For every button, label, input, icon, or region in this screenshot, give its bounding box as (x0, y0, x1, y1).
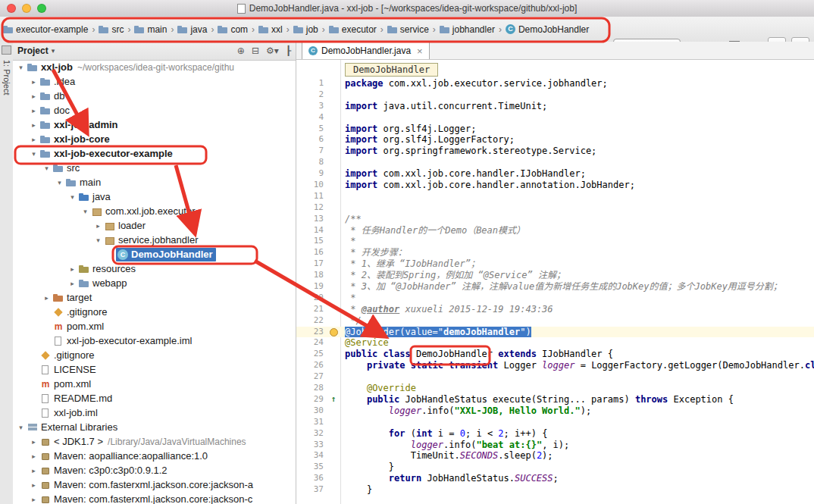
code-line-5[interactable]: 5import org.slf4j.Logger; (296, 124, 814, 135)
code-line-33[interactable]: 33 logger.info("beat at:{}", i); (296, 440, 814, 451)
tree-item-webapp[interactable]: ▸webapp (13, 276, 296, 290)
code-line-37[interactable]: 37 } (296, 484, 814, 496)
code-line-19[interactable]: 19 * 3、加 “@JobHander” 注解，注解value值为新增任务生成… (296, 281, 814, 293)
code-line-6[interactable]: 6import org.slf4j.LoggerFactory; (296, 134, 814, 146)
tree-item-xxl-job-executor-example[interactable]: ▾xxl-job-executor-example (13, 146, 296, 161)
minimize-window-button[interactable] (22, 4, 31, 13)
tree-expanded-arrow-icon[interactable]: ▾ (67, 193, 77, 201)
tree-collapsed-arrow-icon[interactable]: ▸ (29, 452, 39, 460)
code-line-17[interactable]: 17 * 1、继承 “IJobHandler”； (296, 258, 814, 270)
tree-item-Maven: com.fasterxml.jackson.core:jackson-a[interactable]: ▸Maven: com.fasterxml.jackson.core:jacks… (13, 477, 296, 492)
code-line-4[interactable]: 4 (296, 112, 814, 124)
tree-item-service.jobhandler[interactable]: ▾service.jobhandler (13, 233, 296, 247)
tree-collapsed-arrow-icon[interactable]: ▸ (67, 265, 77, 273)
tree-item-External Libraries[interactable]: ▾External Libraries (13, 420, 296, 434)
breadcrumb-item-executor[interactable]: executor (327, 24, 378, 35)
code-line-28[interactable]: 28 @Override (296, 383, 814, 394)
tree-collapsed-arrow-icon[interactable]: ▸ (29, 467, 39, 474)
breadcrumb-item-jobhandler[interactable]: jobhandler (438, 24, 496, 35)
code-line-2[interactable]: 2 (296, 89, 814, 101)
code-line-29[interactable]: 29↑ public JobHandleStatus execute(Strin… (296, 394, 814, 405)
breadcrumb-item-service[interactable]: service (386, 24, 430, 35)
code-line-30[interactable]: 30 logger.info("XXL-JOB, Hello World."); (296, 405, 814, 417)
tree-collapsed-arrow-icon[interactable]: ▸ (67, 280, 77, 287)
close-window-button[interactable] (7, 4, 16, 13)
code-line-9[interactable]: 9import com.xxl.job.core.handler.IJobHan… (296, 168, 814, 180)
tree-collapsed-arrow-icon[interactable]: ▸ (42, 294, 52, 302)
breadcrumb-chip[interactable]: DemoJobHandler (345, 63, 438, 77)
tree-item-Maven: aopalliance:aopalliance:1.0[interactable]: ▸Maven: aopalliance:aopalliance:1.0 (13, 449, 296, 463)
breadcrumb-item-job[interactable]: job (292, 24, 320, 35)
tree-collapsed-arrow-icon[interactable]: ▸ (29, 107, 39, 114)
code-line-27[interactable]: 27 (296, 371, 814, 383)
tree-collapsed-arrow-icon[interactable]: ▸ (29, 78, 39, 86)
code-line-26[interactable]: 26 private static transient Logger logge… (296, 360, 814, 371)
project-tool-window-button[interactable]: 1: Project (2, 60, 11, 95)
code-line-10[interactable]: 10import com.xxl.job.core.handler.annota… (296, 180, 814, 191)
tree-collapsed-arrow-icon[interactable]: ▸ (29, 121, 39, 129)
code-line-22[interactable]: 22 */ (296, 315, 814, 327)
code-line-36[interactable]: 36 return JobHandleStatus.SUCCESS; (296, 473, 814, 484)
tree-collapsed-arrow-icon[interactable]: ▸ (29, 92, 39, 100)
breadcrumb-item-xxl[interactable]: xxl (257, 24, 284, 35)
code-line-32[interactable]: 32 for (int i = 0; i < 2; i++) { (296, 428, 814, 440)
close-tab-icon[interactable]: × (417, 45, 423, 57)
tree-expanded-arrow-icon[interactable]: ▾ (42, 164, 52, 172)
code-line-15[interactable]: 15 * (296, 236, 814, 247)
tree-item-xxl-job-executor-example.iml[interactable]: xxl-job-executor-example.iml (13, 333, 296, 348)
code-line-1[interactable]: 1package com.xxl.job.executor.service.jo… (296, 78, 814, 89)
tree-item-target[interactable]: ▸target (13, 290, 296, 305)
code-line-24[interactable]: 24@Service (296, 337, 814, 349)
tree-item-xxl-job.iml[interactable]: xxl-job.iml (13, 405, 296, 420)
code-line-11[interactable]: 11 (296, 191, 814, 202)
tree-expanded-arrow-icon[interactable]: ▾ (80, 208, 90, 215)
code-line-16[interactable]: 16 * 开发步骤： (296, 247, 814, 258)
scroll-to-source-icon[interactable]: ⊕ (237, 45, 245, 56)
editor-tab-demojobhandler[interactable]: C DemoJobHandler.java × (302, 42, 430, 59)
tree-expanded-arrow-icon[interactable]: ▾ (16, 64, 26, 71)
code-line-25[interactable]: 25public class DemoJobHandler extends IJ… (296, 349, 814, 360)
tree-item-xxl-job-admin[interactable]: ▸xxl-job-admin (13, 117, 296, 132)
code-line-21[interactable]: 21 * @author xuxueli 2015-12-19 19:43:36 (296, 304, 814, 315)
tree-expanded-arrow-icon[interactable]: ▾ (93, 236, 103, 244)
collapse-all-icon[interactable]: ⊟ (252, 45, 259, 56)
tree-item-resources[interactable]: ▸resources (13, 261, 296, 276)
tree-item-pom.xml[interactable]: mpom.xml (13, 319, 296, 333)
tree-collapsed-arrow-icon[interactable]: ▸ (29, 496, 39, 503)
tree-item-doc[interactable]: ▸doc (13, 103, 296, 117)
code-line-7[interactable]: 7import org.springframework.stereotype.S… (296, 146, 814, 157)
breadcrumb-item-com[interactable]: com (216, 24, 249, 35)
breadcrumb-item-src[interactable]: src (97, 24, 125, 35)
tree-item-src[interactable]: ▾src (13, 161, 296, 175)
code-area[interactable]: 1package com.xxl.job.executor.service.jo… (296, 78, 814, 496)
tree-expanded-arrow-icon[interactable]: ▾ (29, 150, 39, 158)
breadcrumb-item-executor-example[interactable]: executor-example (2, 24, 89, 35)
tree-item-< JDK1.7 >[interactable]: ▸< JDK1.7 >/Library/Java/JavaVirtualMach… (13, 434, 296, 449)
code-line-18[interactable]: 18 * 2、装配到Spring，例如加 “@Service” 注解； (296, 270, 814, 281)
code-line-31[interactable]: 31 (296, 417, 814, 428)
project-panel-title[interactable]: Project ▾ (17, 45, 55, 56)
tree-collapsed-arrow-icon[interactable]: ▸ (29, 438, 39, 446)
tree-collapsed-arrow-icon[interactable]: ▸ (29, 481, 39, 489)
tree-collapsed-arrow-icon[interactable]: ▸ (93, 222, 103, 230)
tree-item-loader[interactable]: ▸loader (13, 218, 296, 233)
breadcrumb-item-main[interactable]: main (133, 24, 168, 35)
tree-item-xxl-job-core[interactable]: ▸xxl-job-core (13, 132, 296, 146)
tree-item-Maven: com.fasterxml.jackson.core:jackson-c[interactable]: ▸Maven: com.fasterxml.jackson.core:jacks… (13, 492, 296, 504)
code-line-20[interactable]: 20 * (296, 293, 814, 304)
override-marker-icon[interactable]: ↑ (327, 394, 340, 405)
tree-item-README.md[interactable]: README.md (13, 391, 296, 405)
tree-item-com.xxl.job.executor[interactable]: ▾com.xxl.job.executor (13, 204, 296, 218)
tree-item-Maven: c3p0:c3p0:0.9.1.2[interactable]: ▸Maven: c3p0:c3p0:0.9.1.2 (13, 463, 296, 477)
code-line-35[interactable]: 35 } (296, 462, 814, 473)
code-line-12[interactable]: 12 (296, 202, 814, 214)
breadcrumb-item-DemoJobHandler[interactable]: CDemoJobHandler (504, 24, 590, 35)
code-line-34[interactable]: 34 TimeUnit.SECONDS.sleep(2); (296, 450, 814, 462)
tree-item-main[interactable]: ▾main (13, 175, 296, 189)
code-line-13[interactable]: 13/** (296, 214, 814, 225)
code-line-14[interactable]: 14 * 任务Handler的一个Demo（Bean模式） (296, 225, 814, 236)
breadcrumb-item-java[interactable]: java (176, 24, 208, 35)
tree-expanded-arrow-icon[interactable]: ▾ (16, 424, 26, 431)
tree-item-.gitignore[interactable]: .gitignore (13, 348, 296, 362)
tree-item-pom.xml[interactable]: mpom.xml (13, 377, 296, 391)
